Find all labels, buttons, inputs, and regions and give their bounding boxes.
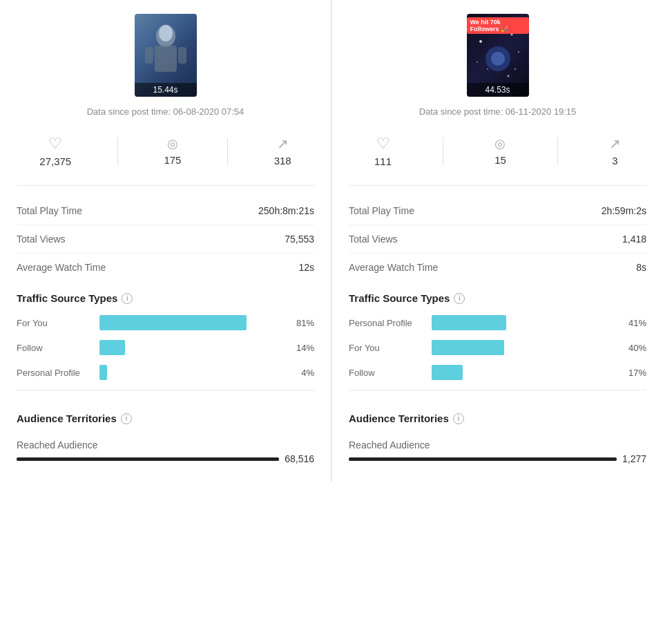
traffic-bar-personal-right	[432, 315, 506, 330]
traffic-row-for-you-right: For You 40%	[349, 340, 646, 355]
traffic-rows-left: For You 81% Follow 14% Personal Profile	[17, 315, 314, 380]
stat-comments-left: ◎ 175	[164, 136, 181, 166]
traffic-title-right: Traffic Source Types i	[349, 292, 646, 304]
traffic-title-text-left: Traffic Source Types	[17, 292, 117, 304]
comments-value-right: 15	[494, 154, 506, 166]
stat-divider-2-left	[227, 138, 228, 165]
panel-left: 15.44s Data since post time: 06-08-2020 …	[0, 0, 332, 482]
share-icon-left: ↗	[277, 135, 289, 152]
post-date-right: Data since post time: 06-11-2020 19:15	[349, 106, 646, 117]
traffic-bar-container-follow-left	[99, 340, 281, 355]
audience-row-inner-left: Reached Audience 68,516	[17, 439, 314, 464]
metric-avg-watch-right: Average Watch Time 8s	[349, 254, 646, 281]
audience-section-left: Audience Territories i Reached Audience …	[17, 390, 314, 468]
metric-play-time-left: Total Play Time 250h:8m:21s	[17, 197, 314, 225]
traffic-label-personal-right: Personal Profile	[349, 318, 425, 328]
traffic-row-follow-right: Follow 17%	[349, 365, 646, 380]
metric-value-play-time-left: 250h:8m:21s	[258, 205, 314, 216]
thumb-art-left	[138, 21, 193, 90]
stat-shares-right: ↗ 3	[609, 135, 621, 167]
traffic-title-left: Traffic Source Types i	[17, 292, 314, 304]
audience-row-left: Reached Audience 68,516	[17, 435, 314, 468]
svg-point-9	[518, 51, 519, 53]
stats-row-left: ♡ 27,375 ◎ 175 ↗ 318	[17, 128, 314, 174]
thumb-duration-right: 44.53s	[467, 83, 529, 97]
audience-section-right: Audience Territories i Reached Audience …	[349, 390, 646, 468]
share-icon-right: ↗	[609, 135, 621, 152]
metric-total-views-left: Total Views 75,553	[17, 225, 314, 254]
traffic-title-text-right: Traffic Source Types	[349, 292, 450, 304]
svg-point-12	[477, 61, 478, 63]
svg-rect-1	[155, 46, 177, 72]
traffic-row-personal-right: Personal Profile 41%	[349, 315, 646, 330]
traffic-row-for-you-left: For You 81%	[17, 315, 314, 330]
audience-bar-row-left: 68,516	[17, 453, 314, 464]
comments-value-left: 175	[164, 154, 181, 166]
stat-divider-2-right	[557, 138, 558, 165]
svg-point-6	[491, 52, 505, 66]
traffic-bar-follow-right	[432, 365, 463, 380]
traffic-pct-personal-right: 41%	[626, 318, 646, 328]
heart-icon-right: ♡	[376, 135, 390, 153]
metrics-section-left: Total Play Time 250h:8m:21s Total Views …	[17, 185, 314, 281]
audience-title-text-right: Audience Territories	[349, 413, 449, 424]
badge-text-right: We hit 70k Followers 🎉	[467, 17, 529, 34]
traffic-bar-personal-left	[99, 365, 107, 380]
traffic-bar-container-personal-right	[432, 315, 613, 330]
svg-point-11	[507, 75, 509, 77]
stats-row-right: ♡ 111 ◎ 15 ↗ 3	[349, 128, 646, 174]
audience-value-right: 1,277	[622, 453, 646, 464]
svg-point-7	[479, 40, 482, 43]
traffic-bar-container-follow-right	[432, 365, 613, 380]
svg-rect-3	[145, 47, 153, 64]
metric-label-play-time-right: Total Play Time	[349, 205, 414, 216]
stat-likes-right: ♡ 111	[374, 135, 392, 167]
traffic-label-for-you-right: For You	[349, 343, 425, 353]
traffic-label-personal-left: Personal Profile	[17, 368, 93, 378]
video-thumb-right[interactable]: We hit 70k Followers 🎉 44.53s	[467, 14, 529, 97]
metrics-section-right: Total Play Time 2h:59m:2s Total Views 1,…	[349, 185, 646, 281]
metric-value-avg-watch-right: 8s	[636, 262, 646, 273]
svg-point-10	[487, 68, 488, 70]
stat-likes-left: ♡ 27,375	[39, 135, 71, 167]
video-thumb-container-right: We hit 70k Followers 🎉 44.53s	[349, 14, 646, 97]
audience-row-inner-right: Reached Audience 1,277	[349, 439, 646, 464]
stat-divider-1-left	[117, 138, 118, 165]
traffic-rows-right: Personal Profile 41% For You 40% Follow	[349, 315, 646, 380]
metric-label-total-views-left: Total Views	[17, 234, 66, 245]
audience-row-right: Reached Audience 1,277	[349, 435, 646, 468]
traffic-label-for-you-left: For You	[17, 318, 93, 328]
traffic-bar-for-you-right	[432, 340, 504, 355]
post-date-left: Data since post time: 06-08-2020 07:54	[17, 106, 314, 117]
metric-label-avg-watch-left: Average Watch Time	[17, 262, 106, 273]
audience-value-left: 68,516	[285, 453, 314, 464]
traffic-info-icon-left[interactable]: i	[122, 293, 133, 304]
audience-title-text-left: Audience Territories	[17, 413, 117, 424]
audience-bar-row-right: 1,277	[349, 453, 646, 464]
video-thumb-left[interactable]: 15.44s	[135, 14, 197, 97]
comment-icon-left: ◎	[167, 136, 178, 151]
audience-info-icon-left[interactable]: i	[121, 413, 132, 424]
traffic-bar-container-for-you-left	[99, 315, 281, 330]
traffic-row-follow-left: Follow 14%	[17, 340, 314, 355]
audience-label-left: Reached Audience	[17, 439, 314, 451]
heart-icon-left: ♡	[48, 135, 62, 153]
audience-title-right: Audience Territories i	[349, 413, 646, 424]
metric-label-total-views-right: Total Views	[349, 234, 398, 245]
comment-icon-right: ◎	[494, 136, 506, 151]
panel-right: We hit 70k Followers 🎉 44.53s Data since…	[332, 0, 663, 482]
metric-value-total-views-left: 75,553	[285, 234, 314, 245]
traffic-row-personal-left: Personal Profile 4%	[17, 365, 314, 380]
traffic-bar-container-personal-left	[99, 365, 281, 380]
traffic-pct-follow-right: 17%	[626, 368, 646, 378]
traffic-label-follow-left: Follow	[17, 343, 93, 353]
thumb-badge-right: We hit 70k Followers 🎉	[467, 17, 529, 34]
traffic-label-follow-right: Follow	[349, 368, 425, 378]
audience-info-icon-right[interactable]: i	[453, 413, 464, 424]
metric-total-views-right: Total Views 1,418	[349, 225, 646, 254]
video-thumb-container-left: 15.44s	[17, 14, 314, 97]
traffic-info-icon-right[interactable]: i	[454, 293, 465, 304]
likes-value-right: 111	[374, 155, 392, 167]
stat-shares-left: ↗ 318	[274, 135, 291, 167]
audience-bar-right	[349, 457, 617, 461]
